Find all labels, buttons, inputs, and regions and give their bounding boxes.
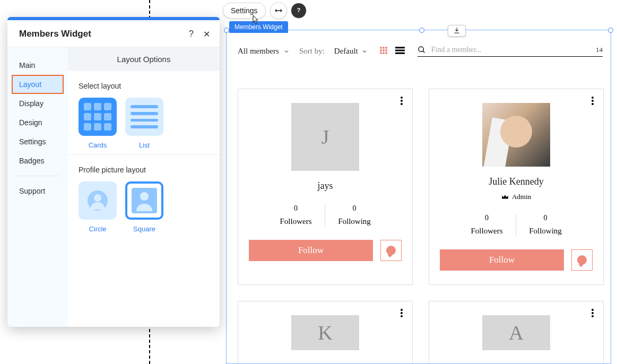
layout-option-row: Cards List <box>79 98 209 149</box>
option-label: List <box>139 141 150 149</box>
attach-button[interactable] <box>448 25 466 37</box>
settings-button[interactable]: Settings <box>223 3 266 19</box>
square-avatar-icon <box>125 181 163 220</box>
panel-body: Main Layout Display Design Settings Badg… <box>7 47 220 327</box>
section-picture-layout: Profile picture layout Circle Square <box>68 155 220 238</box>
resize-handle[interactable] <box>608 28 613 33</box>
floating-toolbar: Settings ? <box>223 2 306 19</box>
panel-side-nav: Main Layout Display Design Settings Badg… <box>7 47 68 327</box>
nav-item-support[interactable]: Support <box>7 181 68 201</box>
nav-item-design[interactable]: Design <box>7 113 68 132</box>
stretch-button[interactable] <box>270 2 287 19</box>
option-label: Circle <box>89 225 106 233</box>
panel-header-actions: ? ✕ <box>189 29 210 39</box>
resize-handle[interactable] <box>224 28 229 33</box>
nav-item-display[interactable]: Display <box>7 94 68 113</box>
layout-option-list[interactable]: List <box>125 98 163 149</box>
download-icon <box>453 27 460 34</box>
nav-divider <box>16 176 59 176</box>
panel-content: Layout Options Select layout Cards Li <box>68 47 220 327</box>
section-title: Select layout <box>79 82 209 90</box>
cursor-icon <box>250 15 259 25</box>
content-header: Layout Options <box>68 47 220 71</box>
settings-button-label: Settings <box>231 6 258 15</box>
resize-handle[interactable] <box>419 28 424 33</box>
panel-header: Members Widget ? ✕ <box>7 20 220 47</box>
circle-avatar-icon <box>79 181 117 220</box>
option-label: Square <box>133 225 155 233</box>
picture-option-row: Circle Square <box>79 181 209 233</box>
panel-title: Members Widget <box>19 29 91 39</box>
layout-option-cards[interactable]: Cards <box>79 98 117 149</box>
panel-help-button[interactable]: ? <box>189 29 194 39</box>
picture-option-circle[interactable]: Circle <box>79 181 117 233</box>
help-icon: ? <box>294 6 303 15</box>
list-layout-icon <box>125 98 163 136</box>
stretch-icon <box>274 6 283 15</box>
nav-item-main[interactable]: Main <box>7 56 68 75</box>
selection-frame <box>226 30 611 364</box>
nav-item-layout[interactable]: Layout <box>12 75 64 94</box>
help-button[interactable]: ? <box>291 3 306 18</box>
nav-item-settings[interactable]: Settings <box>7 132 68 151</box>
option-label: Cards <box>89 141 107 149</box>
cards-layout-icon <box>79 98 117 136</box>
section-title: Profile picture layout <box>79 166 209 174</box>
settings-panel: Members Widget ? ✕ Main Layout Display D… <box>7 17 220 327</box>
panel-close-button[interactable]: ✕ <box>203 29 210 39</box>
svg-text:?: ? <box>297 7 300 13</box>
nav-item-badges[interactable]: Badges <box>7 151 68 170</box>
section-select-layout: Select layout Cards List <box>68 71 220 155</box>
picture-option-square[interactable]: Square <box>125 181 163 233</box>
